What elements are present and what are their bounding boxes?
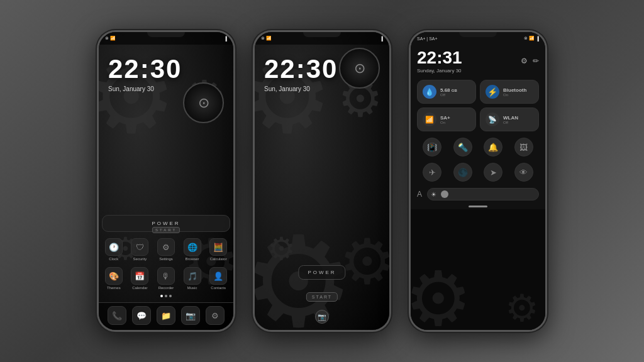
app-themes[interactable]: 🎨 Themes xyxy=(102,267,126,290)
status-right: ▐ xyxy=(224,36,227,41)
ctrl-time-area: 22:31 Sunday, January 30 xyxy=(417,48,462,74)
app-browser[interactable]: 🌐 Browser xyxy=(180,238,204,261)
battery-icon: ▐ xyxy=(224,36,227,41)
location-button[interactable]: ➤ xyxy=(484,163,502,182)
app-dock: 📞 💬 📁 📷 ⚙ xyxy=(99,302,233,330)
edit-icon[interactable]: ✏ xyxy=(533,57,539,65)
battery-status-icon: ▐ xyxy=(536,36,539,41)
eye-comfort-button[interactable]: 👁 xyxy=(514,163,533,182)
clock-widget-p2: ⊙ xyxy=(339,48,383,92)
phone2: ⊗ 📶 ▐ ⚙ ⚙ 22:30 Sun, January 30 ⊙ ⚙ POWE… xyxy=(253,30,391,332)
data-usage-sub: Off xyxy=(440,93,470,97)
darkmode-button[interactable]: 🌑 xyxy=(453,163,472,182)
dock-camera[interactable]: 📷 xyxy=(181,306,200,325)
app-security[interactable]: 🛡 Security xyxy=(128,238,152,261)
tile-bluetooth[interactable]: ⚡ Bluetooth On xyxy=(480,80,539,104)
app-icon-browser[interactable]: 🌐 xyxy=(184,238,201,256)
ctrl-icon-row1: 📳 🔦 🔔 🖼 xyxy=(411,134,545,160)
airplane-button[interactable]: ✈ xyxy=(423,163,441,182)
power-overlay-p2: POWER xyxy=(298,265,345,280)
ctrl-time-display: 22:31 xyxy=(417,48,462,68)
start-badge: START xyxy=(152,227,180,233)
app-calendar[interactable]: 📅 Calendar xyxy=(128,267,152,290)
vol-up-button[interactable] xyxy=(97,76,98,89)
app-icon-calendar[interactable]: 📅 xyxy=(131,267,148,285)
app-label-calendar: Calendar xyxy=(132,286,147,290)
power-button-p3[interactable] xyxy=(546,82,547,101)
app-clock[interactable]: 🕐 Clock xyxy=(102,238,126,261)
power-widget: POWER START xyxy=(102,215,230,232)
settings-cog-icon[interactable]: ⚙ xyxy=(521,57,528,65)
status-bar-phone1: ⊗ 📶 ▐ xyxy=(99,32,233,45)
home-section: POWER START 🕐 Clock 🛡 Security ⚙ Setting… xyxy=(99,92,233,302)
bluetooth-label: Bluetooth xyxy=(503,87,533,93)
app-icon-themes[interactable]: 🎨 xyxy=(105,267,123,285)
app-calculator[interactable]: 🧮 Calculator xyxy=(206,238,230,261)
bluetooth-sub: On xyxy=(503,93,533,97)
app-label-themes: Themes xyxy=(107,286,121,290)
start-overlay-p2: START xyxy=(306,292,338,302)
app-icon-security[interactable]: 🛡 xyxy=(131,238,148,256)
ctrl-tiles-grid: 💧 5.68 GB Off ⚡ Bluetooth On 📶 SA+ xyxy=(411,77,545,134)
app-icon-contacts[interactable]: 👤 xyxy=(209,267,227,285)
data-usage-icon: 💧 xyxy=(423,85,436,99)
wifi-status-icon: 📶 xyxy=(529,36,535,41)
phone1-content: 22:30 Sun, January 30 ⊙ POWER START 🕐 Cl… xyxy=(99,45,233,330)
home-indicator-bar[interactable] xyxy=(469,206,487,207)
dock-settings[interactable]: ⚙ xyxy=(206,306,225,325)
power-button[interactable] xyxy=(234,82,235,101)
app-label-calculator: Calculator xyxy=(210,257,227,261)
phone2-lock-area: 22:30 Sun, January 30 ⊙ xyxy=(255,45,389,92)
page-dots xyxy=(102,295,230,297)
app-grid-row1: 🕐 Clock 🛡 Security ⚙ Settings 🌐 Browser … xyxy=(102,238,230,261)
notification-button[interactable]: 🔔 xyxy=(484,138,502,156)
app-recorder[interactable]: 🎙 Recorder xyxy=(154,267,178,290)
wlan-icon: 📡 xyxy=(486,112,499,126)
app-label-security: Security xyxy=(133,257,147,261)
phone1: ⊗ 📶 ▐ ⚙ ⚙ 22:30 Sun, January 30 ⊙ POWER … xyxy=(97,30,235,332)
power-button-p2[interactable] xyxy=(390,82,391,101)
app-icon-recorder[interactable]: 🎙 xyxy=(157,267,175,285)
app-label-browser: Browser xyxy=(186,257,199,261)
bluetooth-icon-p2: ⊗ xyxy=(261,36,265,41)
signal-icon: 📶 xyxy=(110,36,116,41)
brightness-slider[interactable]: ☀ xyxy=(427,188,539,200)
app-icon-calculator[interactable]: 🧮 xyxy=(209,238,227,256)
bluetooth-icon: ⊗ xyxy=(105,36,109,41)
time-display: 22:30 xyxy=(108,54,224,84)
app-music[interactable]: 🎵 Music xyxy=(180,267,204,290)
app-label-clock: Clock xyxy=(109,257,118,261)
wlan-sub: Off xyxy=(503,121,533,124)
screen-record-button[interactable]: 🖼 xyxy=(514,138,533,156)
app-icon-settings[interactable]: ⚙ xyxy=(157,238,175,256)
app-contacts[interactable]: 👤 Contacts xyxy=(206,267,230,290)
tile-sa-plus[interactable]: 📶 SA+ On xyxy=(417,107,476,131)
wlan-label: WLAN xyxy=(503,115,533,121)
tile-data-usage[interactable]: 💧 5.68 GB Off xyxy=(417,80,476,104)
flashlight-button[interactable]: 🔦 xyxy=(453,138,472,156)
battery-icon-p2: ▐ xyxy=(380,36,383,41)
camera-bottom-p2[interactable]: 📷 xyxy=(315,310,329,324)
app-icon-music[interactable]: 🎵 xyxy=(184,267,201,285)
sa-plus-info: SA+ On xyxy=(440,115,470,124)
bluetooth-info: Bluetooth On xyxy=(503,87,533,97)
brightness-label: A xyxy=(417,190,422,199)
app-settings[interactable]: ⚙ Settings xyxy=(154,238,178,261)
bottom-indicator xyxy=(411,206,545,207)
brightness-knob[interactable] xyxy=(441,190,448,198)
bluetooth-tile-icon: ⚡ xyxy=(486,85,499,99)
bluetooth-status-icon: ⊗ xyxy=(524,36,528,41)
vol-down-button[interactable] xyxy=(97,92,98,105)
dock-files[interactable]: 📁 xyxy=(157,306,175,325)
app-grid-row2: 🎨 Themes 📅 Calendar 🎙 Recorder 🎵 Music 👤 xyxy=(102,267,230,290)
ctrl-status-bar: SA+ | SA+ ⊗ 📶 ▐ xyxy=(411,32,545,45)
vibrate-button[interactable]: 📳 xyxy=(423,138,441,156)
dock-phone[interactable]: 📞 xyxy=(108,306,126,325)
tile-wlan[interactable]: 📡 WLAN Off xyxy=(480,107,539,131)
dot-2 xyxy=(165,295,167,297)
app-icon-clock[interactable]: 🕐 xyxy=(105,238,123,256)
ctrl-date-display: Sunday, January 30 xyxy=(417,68,462,74)
signal-icon-p2: 📶 xyxy=(266,36,272,41)
dock-messages[interactable]: 💬 xyxy=(132,306,151,325)
app-label-music: Music xyxy=(187,286,197,290)
